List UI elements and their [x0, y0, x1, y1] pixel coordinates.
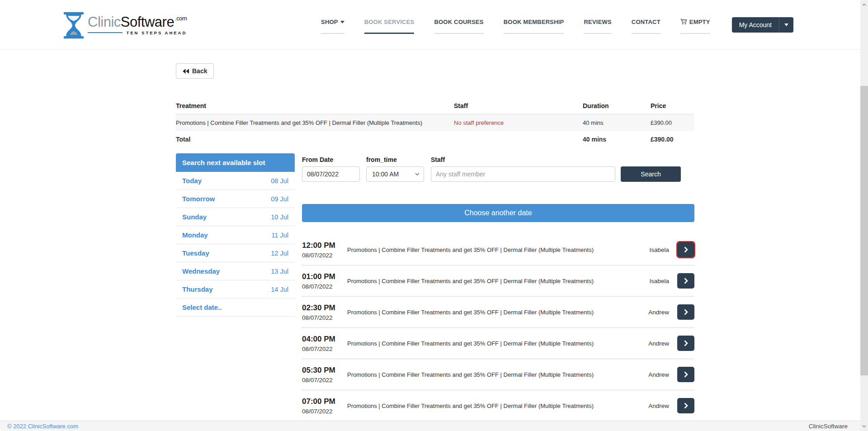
order-duration: 40 mins	[583, 114, 651, 131]
logo-com-suffix: .com	[175, 15, 187, 22]
select-caret-icon	[415, 173, 420, 175]
order-table-total-row: Total 40 mins £390.00	[176, 131, 694, 147]
slot-row: 05:30 PM 08/07/2022 Promotions | Combine…	[302, 359, 694, 390]
nav-item-label: BOOK MEMBERSHIP	[504, 19, 564, 25]
slot-time: 01:00 PM	[302, 272, 347, 281]
nav-item-reviews[interactable]: REVIEWS	[584, 19, 611, 34]
sidebar-item-thursday[interactable]: Thursday 14 Jul	[176, 280, 295, 298]
nav-item-shop[interactable]: SHOP	[321, 19, 344, 34]
choose-another-date-button[interactable]: Choose another date	[302, 204, 694, 222]
vertical-scrollbar[interactable]	[860, 0, 868, 431]
from-time-label: from_time	[366, 156, 424, 163]
nav-item-contact[interactable]: CONTACT	[632, 19, 660, 34]
slot-time: 07:00 PM	[302, 397, 347, 406]
sidebar-date-label: 13 Jul	[271, 268, 288, 275]
next-slot-sidebar: Search next available slot Today 08 Jul …	[176, 153, 295, 422]
order-treatment-name: Promotions | Combine Filler Treatments a…	[176, 114, 454, 131]
book-slot-button[interactable]	[677, 398, 694, 413]
footer-copyright-link[interactable]: © 2022 ClinicSoftware.com	[7, 423, 78, 430]
slot-staff: Andrew	[648, 403, 669, 409]
sidebar-item-tomorrow[interactable]: Tomorrow 09 Jul	[176, 190, 295, 208]
slot-search-form: From Date from_time 10:00 AM Staff Searc…	[302, 156, 694, 182]
slot-staff: Isabela	[649, 246, 669, 253]
sidebar-item-monday[interactable]: Monday 11 Jul	[176, 226, 295, 244]
nav-item-book-membership[interactable]: BOOK MEMBERSHIP	[504, 19, 564, 34]
nav-item-label: CONTACT	[632, 19, 660, 25]
order-price: £390.00	[651, 114, 694, 131]
logo-tagline: TEN STEPS AHEAD	[126, 30, 187, 35]
total-label: Total	[176, 131, 454, 147]
account-caret-toggle[interactable]	[779, 17, 793, 33]
logo-word-software: Software	[121, 14, 174, 30]
top-header: ClinicSoftware.com TEN STEPS AHEAD SHOP …	[0, 0, 868, 50]
sidebar-item-tuesday[interactable]: Tuesday 12 Jul	[176, 244, 295, 262]
logo-word-clinic: Clinic	[88, 14, 121, 30]
logo-text: ClinicSoftware.com TEN STEPS AHEAD	[88, 11, 187, 35]
slot-treatment: Promotions | Combine Filler Treatments a…	[347, 340, 648, 347]
slot-row: 04:00 PM 08/07/2022 Promotions | Combine…	[302, 328, 694, 359]
nav-item-book-services[interactable]: BOOK SERVICES	[364, 19, 415, 34]
from-time-value: 10:00 AM	[372, 171, 399, 178]
slot-row: 01:00 PM 08/07/2022 Promotions | Combine…	[302, 265, 694, 297]
slot-staff: Isabela	[649, 278, 669, 284]
sidebar-title: Search next available slot	[176, 153, 295, 172]
book-slot-button[interactable]	[677, 336, 694, 351]
back-icon	[183, 69, 189, 74]
back-button[interactable]: Back	[176, 63, 214, 79]
caret-down-icon	[340, 21, 344, 24]
sidebar-item-wednesday[interactable]: Wednesday 13 Jul	[176, 262, 295, 280]
my-account-label: My Account	[732, 17, 779, 33]
slot-row: 02:30 PM 08/07/2022 Promotions | Combine…	[302, 297, 694, 328]
slot-time: 05:30 PM	[302, 366, 347, 375]
hourglass-logo-icon	[63, 12, 84, 39]
sidebar-day-label: Monday	[182, 231, 208, 239]
order-table-header-row: Treatment Staff Duration Price	[176, 98, 694, 114]
chevron-right-icon	[684, 340, 688, 346]
sidebar-day-label: Today	[182, 177, 202, 185]
nav-item-label: REVIEWS	[584, 19, 611, 25]
staff-input[interactable]	[431, 166, 615, 182]
nav-item-label: BOOK SERVICES	[364, 19, 415, 25]
sidebar-day-label: Wednesday	[182, 267, 220, 275]
sidebar-item-sunday[interactable]: Sunday 10 Jul	[176, 208, 295, 226]
book-slot-button[interactable]	[677, 367, 694, 382]
logo-underline	[88, 32, 123, 33]
slot-treatment: Promotions | Combine Filler Treatments a…	[347, 371, 648, 378]
scrollbar-thumb[interactable]	[860, 86, 868, 375]
sidebar-day-label: Sunday	[182, 213, 207, 221]
my-account-button[interactable]: My Account	[732, 17, 793, 33]
scrollbar-down-icon[interactable]	[860, 422, 868, 430]
sidebar-item-select-date[interactable]: Select date..	[176, 298, 295, 317]
clinicsoftware-logo[interactable]: ClinicSoftware.com TEN STEPS AHEAD	[63, 11, 187, 39]
from-time-select[interactable]: 10:00 AM	[366, 166, 424, 182]
nav-item-book-courses[interactable]: BOOK COURSES	[434, 19, 483, 34]
search-button[interactable]: Search	[621, 166, 681, 182]
sidebar-day-label: Thursday	[182, 285, 213, 293]
total-price: £390.00	[651, 131, 694, 147]
scrollbar-up-icon[interactable]	[860, 1, 868, 9]
footer: © 2022 ClinicSoftware.com ClinicSoftware	[0, 421, 860, 431]
sidebar-date-label: 14 Jul	[271, 286, 288, 293]
chevron-right-icon	[684, 309, 688, 315]
sidebar-item-today[interactable]: Today 08 Jul	[176, 172, 295, 190]
staff-label: Staff	[431, 156, 615, 163]
slot-date: 08/07/2022	[302, 314, 347, 321]
slot-staff: Andrew	[648, 340, 669, 347]
slot-time: 02:30 PM	[302, 303, 347, 313]
sidebar-date-label: 10 Jul	[271, 213, 288, 221]
slot-treatment: Promotions | Combine Filler Treatments a…	[347, 246, 649, 253]
nav-item-cart-empty[interactable]: EMPTY	[680, 19, 710, 34]
sidebar-date-label: 12 Jul	[271, 250, 288, 257]
book-slot-button[interactable]	[677, 242, 694, 257]
from-date-input[interactable]	[302, 166, 360, 182]
slot-row: 12:00 PM 08/07/2022 Promotions | Combine…	[302, 234, 694, 265]
slot-treatment: Promotions | Combine Filler Treatments a…	[347, 403, 648, 409]
book-slot-button[interactable]	[677, 304, 694, 320]
slot-date: 08/07/2022	[302, 252, 347, 259]
from-date-label: From Date	[302, 156, 360, 163]
footer-brand: ClinicSoftware	[809, 423, 848, 430]
slot-date: 08/07/2022	[302, 377, 347, 384]
slot-date: 08/07/2022	[302, 408, 347, 415]
book-slot-button[interactable]	[677, 273, 694, 289]
col-header-treatment: Treatment	[176, 98, 454, 114]
